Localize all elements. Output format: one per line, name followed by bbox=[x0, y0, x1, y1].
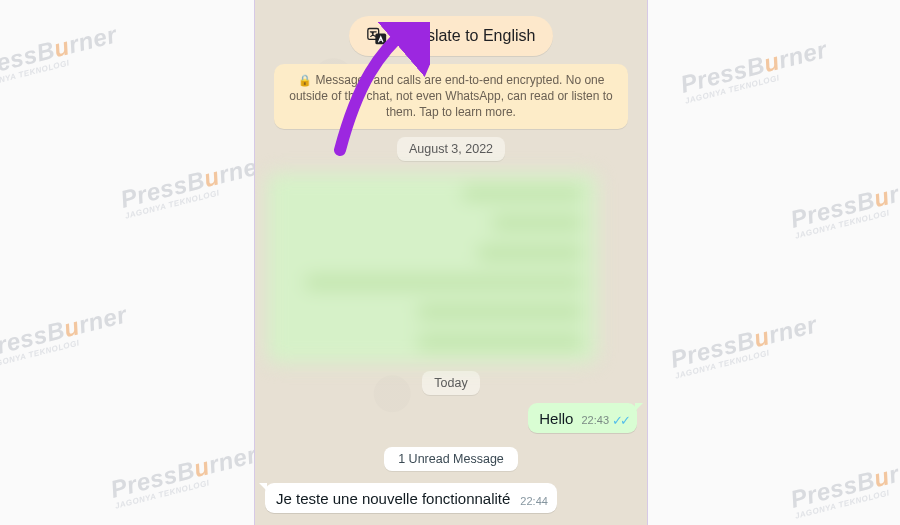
incoming-message[interactable]: Je teste une nouvelle fonctionnalité 22:… bbox=[265, 483, 557, 513]
watermark: PressBurnerJAGONYA TEKNOLOGI bbox=[0, 302, 131, 370]
chat-screen: Translate to English 🔒Messages and calls… bbox=[254, 0, 648, 525]
watermark: PressBurnerJAGONYA TEKNOLOGI bbox=[788, 172, 900, 240]
watermark: PressBurnerJAGONYA TEKNOLOGI bbox=[108, 442, 261, 510]
date-chip-today: Today bbox=[422, 371, 479, 395]
message-meta: 22:43 ✓✓ bbox=[581, 414, 628, 427]
encryption-notice[interactable]: 🔒Messages and calls are end-to-end encry… bbox=[274, 64, 628, 129]
watermark: PressBurnerJAGONYA TEKNOLOGI bbox=[678, 37, 831, 105]
redacted-messages bbox=[267, 173, 597, 363]
watermark: PressBurnerJAGONYA TEKNOLOGI bbox=[788, 452, 900, 520]
translate-label: Translate to English bbox=[395, 27, 536, 45]
message-text: Je teste une nouvelle fonctionnalité bbox=[276, 490, 510, 507]
lock-icon: 🔒 bbox=[298, 74, 312, 86]
translate-button[interactable]: Translate to English bbox=[349, 16, 554, 56]
message-time: 22:43 bbox=[581, 414, 609, 426]
encryption-text: 🔒Messages and calls are end-to-end encry… bbox=[286, 72, 616, 121]
watermark: PressBurnerJAGONYA TEKNOLOGI bbox=[118, 152, 271, 220]
watermark: PressBurnerJAGONYA TEKNOLOGI bbox=[668, 312, 821, 380]
watermark: PressBurnerJAGONYA TEKNOLOGI bbox=[0, 22, 121, 90]
message-text: Hello bbox=[539, 410, 573, 427]
message-time: 22:44 bbox=[520, 495, 548, 507]
canvas: PressBurnerJAGONYA TEKNOLOGI PressBurner… bbox=[0, 0, 900, 525]
svg-rect-1 bbox=[375, 34, 386, 45]
read-ticks-icon: ✓✓ bbox=[612, 414, 628, 427]
unread-divider: 1 Unread Message bbox=[384, 447, 518, 471]
translate-icon bbox=[367, 26, 387, 46]
outgoing-message[interactable]: Hello 22:43 ✓✓ bbox=[528, 403, 637, 433]
date-chip: August 3, 2022 bbox=[397, 137, 505, 161]
